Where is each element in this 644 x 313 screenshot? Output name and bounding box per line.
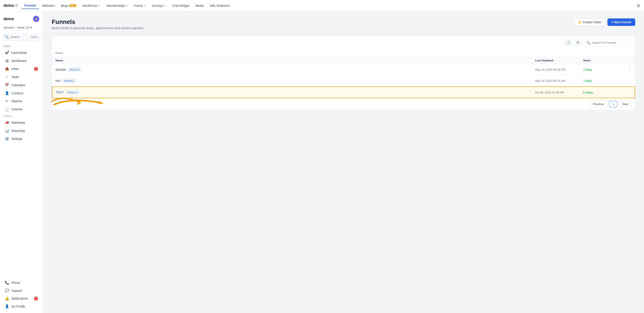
sidebar-item-inbox[interactable]: 📥 Inbox 0 (1, 65, 42, 73)
create-folder-button[interactable]: 📁 Create Folder (574, 19, 606, 26)
layout: demo ⚡ Account -- Irvine, CA ▾ 🔍 Search … (0, 12, 644, 313)
funnel-toolbar: 🕐 ☰ 🔍 (52, 36, 635, 49)
main-content: Funnels Build funnels to generate leads,… (43, 12, 644, 313)
col-actions (623, 59, 632, 62)
row-menu-TEST[interactable]: ⋮ (622, 90, 631, 95)
row-steps-test: 1 Step (583, 79, 623, 83)
col-last-updated: Last Updated (535, 59, 583, 62)
inbox-badge: 0 (34, 67, 38, 71)
sidebar-item-reporting[interactable]: 📊 Reporting (1, 127, 42, 134)
phone-icon: 📞 (5, 280, 9, 285)
nav-memberships[interactable]: Memberships ▼ (104, 3, 130, 9)
header-actions: 📁 Create Folder + New Funnel (574, 19, 635, 26)
notifications-badge: 3 (34, 296, 38, 300)
version-badge-sample: Version 2 (68, 68, 82, 72)
menu-icon[interactable]: ☰ (15, 4, 18, 8)
sidebar-item-launchpad[interactable]: 🚀 Launchpad (1, 49, 42, 56)
tools-section-label: Tools (0, 113, 43, 118)
search-funnels-field[interactable] (592, 41, 629, 44)
row-name-test: test Version 2 (56, 79, 535, 83)
list-view-button[interactable]: ☰ (574, 39, 582, 46)
next-button[interactable]: Next (619, 101, 632, 107)
top-nav: demo ☰ Funnels Websites Blogs New WordPr… (0, 0, 644, 12)
folder-icon: 📁 (578, 21, 582, 24)
table-row-highlighted[interactable]: TEST Version 2 Jun 08, 2023 12:38 PM 2 S… (52, 86, 635, 98)
table-row[interactable]: Sample Version 2 May 24, 2023 06:28 PM 1… (52, 64, 635, 75)
row-name-sample: Sample Version 2 (56, 68, 535, 72)
apps-section-label: Apps (0, 43, 43, 49)
marketing-icon: 📣 (5, 120, 9, 125)
sidebar-item-tasks[interactable]: ✓ Tasks (1, 73, 42, 81)
sidebar-item-notifications[interactable]: 🔔 Notifications 3 (1, 294, 42, 302)
row-date-sample: May 24, 2023 06:28 PM (535, 68, 583, 71)
profile-icon: 👤 (5, 304, 9, 308)
calendars-icon: 📅 (5, 83, 9, 87)
sidebar-item-settings[interactable]: ⚙️ Settings (1, 135, 42, 143)
dashboard-icon: ▦ (5, 59, 9, 63)
list-icon: ☰ (576, 41, 579, 45)
nav-wordpress[interactable]: WordPress ▼ (80, 3, 103, 9)
nav-forms[interactable]: Forms ▼ (132, 3, 148, 9)
previous-button[interactable]: Previous (590, 101, 608, 107)
settings-icon[interactable]: ⚙ (636, 3, 640, 8)
wordpress-chevron-icon: ▼ (98, 5, 100, 7)
memberships-chevron-icon: ▼ (126, 5, 128, 7)
sidebar-item-pipeline[interactable]: ⫸ Pipeline (1, 97, 42, 105)
blogs-new-badge: New (70, 4, 76, 7)
version-badge-TEST: Version 2 (66, 90, 80, 94)
sidebar-item-calendars[interactable]: 📅 Calendars (1, 81, 42, 89)
version-badge-test: Version 2 (62, 79, 76, 83)
invoices-icon: 🧾 (5, 107, 9, 111)
page-1-button[interactable]: 1 (609, 101, 617, 107)
nav-url-redirects[interactable]: URL Redirects (207, 3, 232, 9)
sidebar: demo ⚡ Account -- Irvine, CA ▾ 🔍 Search … (0, 12, 43, 313)
launchpad-icon: 🚀 (5, 51, 9, 55)
page-header: Funnels Build funnels to generate leads,… (52, 19, 635, 30)
surveys-chevron-icon: ▼ (164, 5, 166, 7)
nav-chat-widget[interactable]: Chat Widget (170, 3, 192, 9)
nav-funnels[interactable]: Funnels (22, 3, 39, 9)
table-row[interactable]: test Version 2 May 30, 2023 09:11 AM 1 S… (52, 75, 635, 86)
lightning-button[interactable]: ⚡ (33, 16, 39, 22)
search-funnels-icon: 🔍 (586, 41, 590, 45)
row-steps-TEST: 2 Steps (583, 91, 622, 94)
search-funnels-input[interactable]: 🔍 (583, 39, 632, 46)
account-chevron-icon: ▾ (31, 26, 32, 29)
reporting-icon: 📊 (5, 129, 9, 133)
breadcrumb: Home (52, 49, 635, 57)
sidebar-item-invoices[interactable]: 🧾 Invoices (1, 105, 42, 113)
nav-media[interactable]: Media (192, 3, 206, 9)
table-header: Name Last Updated Items (52, 57, 635, 64)
tasks-icon: ✓ (5, 75, 9, 79)
settings-sidebar-icon: ⚙️ (5, 137, 9, 141)
sidebar-item-contacts[interactable]: 👤 Contacts (1, 89, 42, 97)
account-selector[interactable]: Account -- Irvine, CA ▾ (0, 25, 43, 31)
contacts-icon: 👤 (5, 91, 9, 95)
clock-icon: 🕐 (566, 41, 571, 45)
sidebar-item-profile[interactable]: 👤 Go Profile (1, 302, 42, 310)
row-menu-sample[interactable]: ⋮ (623, 67, 632, 72)
page-title: Funnels (52, 19, 143, 26)
logo: demo (4, 3, 14, 8)
sidebar-logo: demo (4, 17, 14, 21)
sidebar-search[interactable]: 🔍 Search ctrl K (2, 33, 40, 41)
sidebar-item-phone[interactable]: 📞 Phone (1, 279, 42, 286)
inbox-icon: 📥 (5, 67, 9, 71)
row-date-TEST: Jun 08, 2023 12:38 PM (535, 91, 583, 94)
sidebar-item-support[interactable]: 💬 Support (1, 287, 42, 294)
clock-view-button[interactable]: 🕐 (565, 39, 572, 46)
new-funnel-button[interactable]: + New Funnel (608, 19, 635, 26)
search-icon: 🔍 (4, 35, 9, 39)
nav-websites[interactable]: Websites (40, 3, 58, 9)
row-menu-test[interactable]: ⋮ (623, 78, 632, 83)
row-name-TEST: TEST Version 2 (56, 90, 535, 94)
nav-blogs[interactable]: Blogs New (58, 3, 79, 9)
sidebar-item-dashboard[interactable]: ▦ Dashboard (1, 57, 42, 65)
nav-surveys[interactable]: Surveys ▼ (150, 3, 169, 9)
row-date-test: May 30, 2023 09:11 AM (535, 79, 583, 83)
forms-chevron-icon: ▼ (144, 5, 146, 7)
page-subtitle: Build funnels to generate leads, appoint… (52, 26, 143, 30)
sidebar-item-marketing[interactable]: 📣 Marketing (1, 119, 42, 126)
notifications-icon: 🔔 (5, 296, 9, 300)
pagination: Previous 1 Next (52, 98, 635, 110)
